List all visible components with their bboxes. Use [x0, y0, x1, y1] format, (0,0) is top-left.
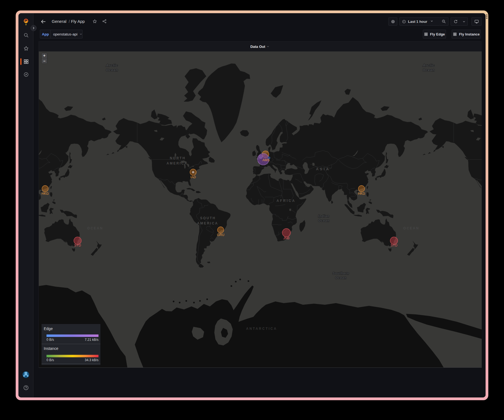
svg-text:AMERICA: AMERICA — [197, 221, 218, 225]
svg-text:Indian: Indian — [318, 214, 329, 218]
svg-text:SYD: SYD — [391, 243, 398, 247]
svg-text:JNB: JNB — [283, 236, 290, 240]
svg-text:ASIA: ASIA — [316, 167, 330, 171]
svg-text:Ocean: Ocean — [423, 68, 435, 72]
svg-text:AMERICA: AMERICA — [167, 161, 188, 165]
svg-text:NORTH: NORTH — [170, 156, 186, 160]
svg-text:ANTARCTICA: ANTARCTICA — [246, 327, 277, 331]
svg-text:GRU: GRU — [217, 233, 224, 237]
svg-text:Ocean: Ocean — [318, 219, 330, 223]
svg-text:Arctic: Arctic — [423, 63, 435, 67]
svg-text:Arctic: Arctic — [106, 63, 118, 67]
svg-text:SOUTH: SOUTH — [200, 216, 216, 220]
svg-text:AMS: AMS — [262, 158, 270, 162]
svg-text:HKG: HKG — [358, 192, 365, 196]
svg-text:Southern: Southern — [333, 271, 349, 275]
svg-text:AFRICA: AFRICA — [276, 199, 295, 203]
svg-text:OCEAN: OCEAN — [403, 226, 419, 230]
svg-text:Ocean: Ocean — [335, 276, 347, 280]
svg-text:HKG: HKG — [42, 192, 49, 196]
svg-text:OCEAN: OCEAN — [87, 226, 103, 230]
svg-text:IAD: IAD — [190, 175, 196, 179]
svg-text:SYD: SYD — [74, 243, 81, 247]
svg-text:Ocean: Ocean — [106, 68, 118, 72]
